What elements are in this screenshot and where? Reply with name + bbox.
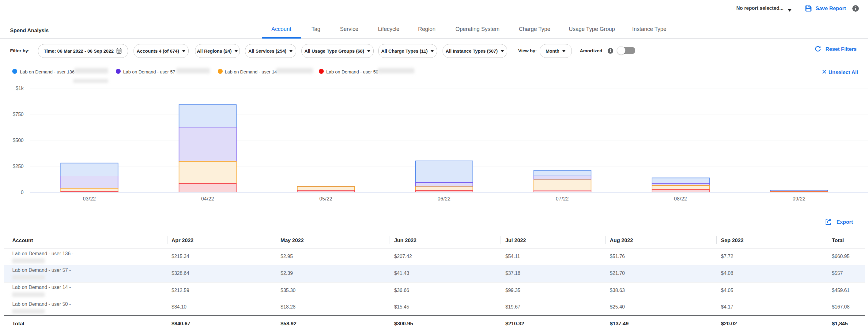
svg-text:$1k: $1k — [16, 86, 24, 91]
svg-text:$250: $250 — [12, 164, 24, 169]
svg-text:$750: $750 — [12, 112, 24, 117]
svg-text:$500: $500 — [12, 138, 24, 143]
svg-text:0: 0 — [21, 190, 24, 195]
svg-text:04/22: 04/22 — [201, 196, 214, 201]
svg-text:03/22: 03/22 — [83, 196, 96, 201]
svg-text:06/22: 06/22 — [438, 196, 451, 201]
svg-text:07/22: 07/22 — [556, 196, 569, 201]
svg-text:05/22: 05/22 — [319, 196, 333, 201]
svg-text:09/22: 09/22 — [793, 196, 806, 201]
svg-text:08/22: 08/22 — [674, 196, 687, 201]
